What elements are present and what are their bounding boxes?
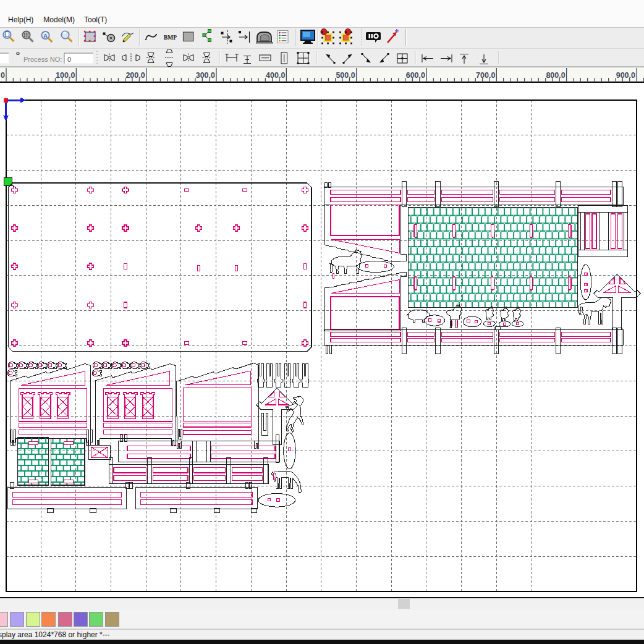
svg-text:Process NO:: Process NO:	[23, 56, 62, 63]
svg-text:300.0: 300.0	[196, 71, 215, 80]
svg-text:200.0: 200.0	[125, 71, 145, 80]
svg-text:800.0: 800.0	[546, 71, 565, 80]
svg-text:100.0: 100.0	[56, 71, 75, 80]
svg-text:400.0: 400.0	[266, 71, 285, 80]
svg-text:700.0: 700.0	[476, 71, 495, 80]
svg-text:0: 0	[67, 56, 71, 63]
svg-text:900.0: 900.0	[616, 71, 635, 80]
svg-text:500.0: 500.0	[336, 71, 355, 80]
svg-text:0: 0	[1, 71, 5, 80]
svg-text:A: A	[43, 33, 48, 39]
svg-text:BMP: BMP	[164, 35, 177, 41]
svg-text:600.0: 600.0	[406, 71, 425, 80]
